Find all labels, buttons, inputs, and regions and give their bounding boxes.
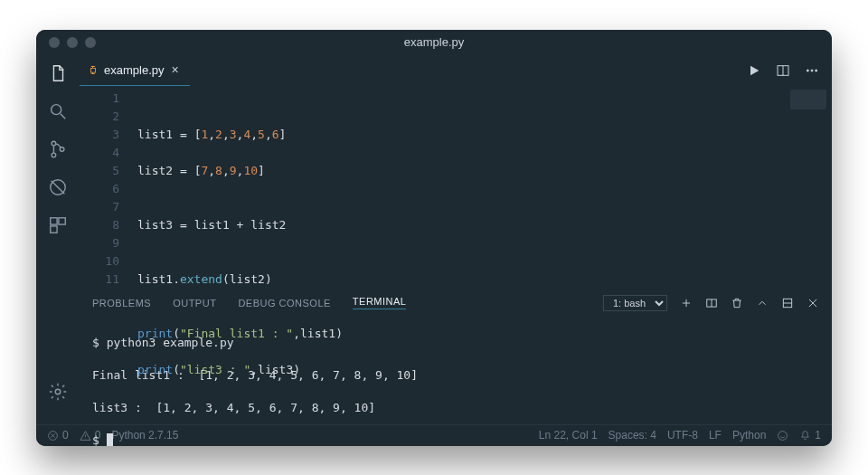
line-number: 11: [80, 271, 119, 289]
python-file-icon: ⧮: [90, 63, 97, 77]
debug-icon[interactable]: [47, 176, 69, 198]
activity-bar: [36, 55, 80, 424]
terminal-output[interactable]: $ python3 example.py Final list1 : [1, 2…: [80, 315, 832, 446]
editor[interactable]: 1 2 3 4 5 6 7 8 9 10 11 list1 = [1,2,3,4…: [80, 86, 832, 289]
terminal-line: $ python3 example.py: [92, 335, 819, 351]
editor-group: ⧮ example.py ×: [80, 55, 832, 424]
line-number: 5: [80, 162, 119, 180]
svg-point-11: [811, 70, 813, 71]
svg-rect-6: [59, 217, 65, 223]
split-editor-icon[interactable]: [776, 63, 790, 78]
terminal-line: $: [92, 432, 819, 446]
svg-point-12: [816, 70, 817, 71]
vscode-window: example.py: [36, 30, 832, 446]
svg-point-2: [52, 153, 56, 157]
workbench: ⧮ example.py ×: [36, 55, 832, 424]
status-errors[interactable]: 0: [47, 429, 69, 442]
line-number-gutter: 1 2 3 4 5 6 7 8 9 10 11: [80, 86, 130, 289]
line-number: 10: [80, 252, 119, 271]
run-icon[interactable]: [747, 63, 761, 78]
titlebar: example.py: [36, 30, 832, 55]
editor-tabs: ⧮ example.py ×: [80, 55, 832, 86]
explorer-icon[interactable]: [47, 62, 69, 84]
extensions-icon[interactable]: [47, 214, 69, 236]
minimap-viewport[interactable]: [790, 90, 826, 109]
svg-rect-7: [51, 225, 57, 232]
source-control-icon[interactable]: [47, 138, 69, 160]
svg-point-0: [52, 104, 61, 114]
close-panel-icon[interactable]: [807, 297, 819, 309]
line-number: 8: [80, 216, 119, 234]
line-number: 7: [80, 198, 119, 216]
editor-tab-example[interactable]: ⧮ example.py ×: [80, 55, 190, 86]
maximize-panel-icon[interactable]: [781, 297, 794, 309]
svg-point-10: [807, 70, 808, 71]
line-number: 2: [80, 108, 119, 126]
line-number: 3: [80, 126, 119, 144]
line-number: 9: [80, 234, 119, 252]
svg-point-8: [55, 389, 61, 394]
editor-actions: [747, 55, 832, 86]
terminal-line: list3 : [1, 2, 3, 4, 5, 6, 7, 8, 9, 10]: [92, 400, 819, 416]
svg-rect-5: [51, 217, 57, 223]
svg-point-1: [52, 141, 56, 146]
svg-point-3: [60, 147, 64, 151]
tab-filename: example.py: [104, 63, 164, 77]
window-title: example.py: [36, 35, 832, 49]
close-tab-icon[interactable]: ×: [171, 62, 178, 77]
line-number: 6: [80, 180, 119, 198]
terminal-line: Final list1 : [1, 2, 3, 4, 5, 6, 7, 8, 9…: [92, 367, 819, 384]
search-icon[interactable]: [47, 100, 69, 122]
line-number: 1: [80, 90, 119, 108]
code-content[interactable]: list1 = [1,2,3,4,5,6] list2 = [7,8,9,10]…: [130, 86, 778, 289]
settings-gear-icon[interactable]: [47, 381, 69, 403]
line-number: 4: [80, 144, 119, 162]
minimap[interactable]: [778, 86, 832, 289]
terminal-cursor: [107, 433, 113, 446]
more-actions-icon[interactable]: [805, 63, 819, 78]
